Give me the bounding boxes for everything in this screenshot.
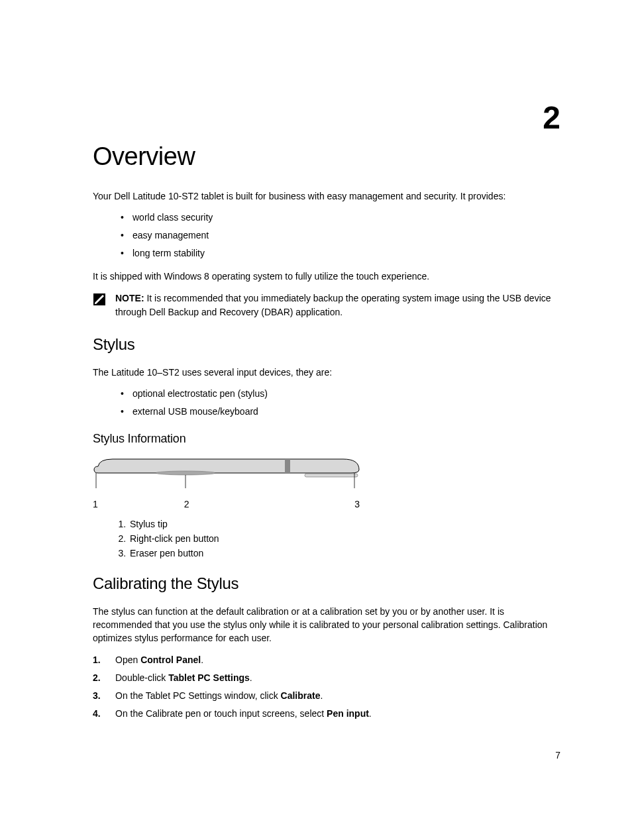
intro-paragraph: Your Dell Latitude 10-ST2 tablet is buil…: [93, 189, 560, 203]
step-item: On the Calibrate pen or touch input scre…: [93, 707, 560, 721]
stylus-diagram: 1 2 3: [93, 456, 371, 509]
list-item: Eraser pen button: [129, 548, 560, 558]
calibration-paragraph: The stylus can function at the default c…: [93, 605, 560, 645]
page-number: 7: [555, 750, 560, 761]
stylus-intro: The Latitude 10–ST2 uses several input d…: [93, 366, 560, 379]
heading-stylus: Stylus: [93, 335, 560, 354]
chapter-number: 2: [543, 99, 560, 136]
note-block: NOTE: It is recommended that you immedia…: [93, 291, 560, 319]
heading-overview: Overview: [93, 142, 560, 171]
list-item: Stylus tip: [129, 519, 560, 529]
svg-rect-3: [305, 474, 358, 477]
svg-rect-2: [285, 459, 290, 473]
intro-bullet-list: world class security easy management lon…: [121, 211, 560, 260]
list-item: Right-click pen button: [129, 533, 560, 544]
intro-paragraph-2: It is shipped with Windows 8 operating s…: [93, 270, 560, 283]
heading-calibrating: Calibrating the Stylus: [93, 574, 560, 593]
note-body: It is recommended that you immediately b…: [115, 293, 551, 317]
list-item: easy management: [121, 229, 560, 242]
callout-2: 2: [184, 499, 189, 509]
step-item: On the Tablet PC Settings window, click …: [93, 689, 560, 703]
note-text: NOTE: It is recommended that you immedia…: [115, 291, 560, 319]
stylus-bullet-list: optional electrostatic pen (stylus) exte…: [121, 387, 560, 419]
stylus-parts-list: Stylus tip Right-click pen button Eraser…: [129, 519, 560, 558]
list-item: external USB mouse/keyboard: [121, 405, 560, 419]
step-item: Double-click Tablet PC Settings.: [93, 671, 560, 685]
document-page: 2 Overview Your Dell Latitude 10-ST2 tab…: [0, 0, 632, 757]
list-item: optional electrostatic pen (stylus): [121, 387, 560, 401]
note-icon: [93, 293, 106, 308]
callout-3: 3: [354, 499, 360, 509]
list-item: world class security: [121, 211, 560, 225]
calibration-steps: Open Control Panel. Double-click Tablet …: [93, 653, 560, 721]
callout-labels: 1 2 3: [93, 499, 360, 509]
list-item: long term stability: [121, 246, 560, 260]
heading-stylus-information: Stylus Information: [93, 432, 560, 446]
step-item: Open Control Panel.: [93, 653, 560, 667]
svg-point-1: [156, 471, 215, 475]
note-label: NOTE:: [115, 293, 144, 303]
callout-1: 1: [93, 499, 98, 509]
